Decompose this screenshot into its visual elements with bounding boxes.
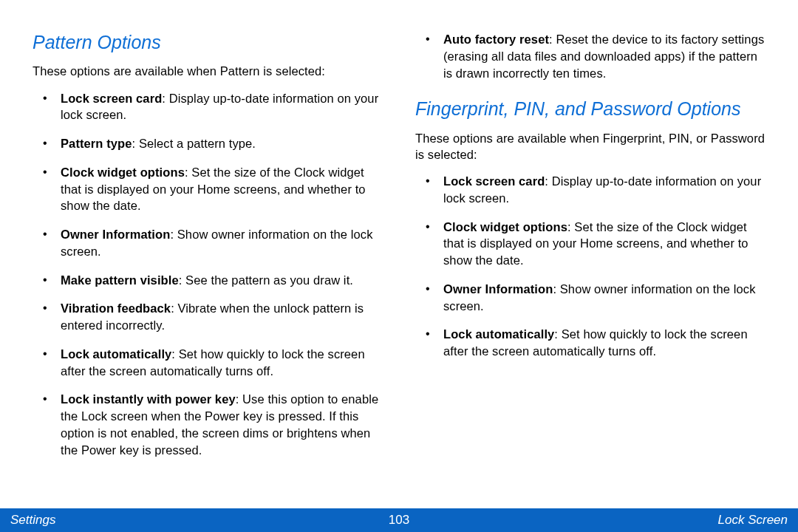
fpp-options-list: Lock screen card: Display up-to-date inf…	[415, 173, 765, 360]
list-item: Owner Information: Show owner informatio…	[437, 281, 765, 315]
list-item: Pattern type: Select a pattern type.	[55, 135, 383, 152]
list-item: Lock automatically: Set how quickly to l…	[437, 326, 765, 360]
term: Owner Information	[61, 228, 170, 241]
intro-fpp: These options are available when Fingerp…	[415, 130, 765, 163]
continued-list: Auto factory reset: Reset the device to …	[415, 31, 765, 81]
footer-right: Lock Screen	[718, 513, 788, 528]
list-item: Lock screen card: Display up-to-date inf…	[437, 173, 765, 207]
list-item: Auto factory reset: Reset the device to …	[437, 31, 765, 81]
list-item: Clock widget options: Set the size of th…	[55, 164, 383, 214]
term: Lock automatically	[443, 327, 554, 341]
term: Lock automatically	[61, 347, 171, 361]
term: Pattern type	[61, 137, 132, 150]
term: Vibration feedback	[61, 301, 171, 315]
list-item: Clock widget options: Set the size of th…	[437, 219, 765, 269]
list-item: Lock instantly with power key: Use this …	[55, 391, 383, 458]
manual-page: Pattern Options These options are availa…	[0, 0, 798, 532]
desc: : See the pattern as you draw it.	[179, 273, 353, 287]
term: Auto factory reset	[443, 33, 549, 46]
two-column-layout: Pattern Options These options are availa…	[33, 27, 765, 499]
term: Owner Information	[443, 282, 553, 296]
intro-pattern: These options are available when Pattern…	[33, 63, 383, 79]
footer-page-number: 103	[389, 513, 409, 528]
term: Clock widget options	[443, 220, 567, 233]
list-item: Make pattern visible: See the pattern as…	[55, 272, 383, 289]
list-item: Owner Information: Show owner informatio…	[55, 226, 383, 260]
page-footer: Settings 103 Lock Screen	[0, 508, 798, 532]
right-column: Auto factory reset: Reset the device to …	[415, 27, 765, 499]
list-item: Vibration feedback: Vibrate when the unl…	[55, 300, 383, 334]
term: Clock widget options	[61, 166, 185, 179]
left-column: Pattern Options These options are availa…	[33, 27, 383, 499]
list-item: Lock automatically: Set how quickly to l…	[55, 346, 383, 380]
pattern-options-list: Lock screen card: Display up-to-date inf…	[33, 90, 383, 459]
term: Lock screen card	[61, 92, 162, 105]
desc: : Select a pattern type.	[132, 137, 256, 150]
footer-left: Settings	[10, 513, 55, 528]
term: Lock instantly with power key	[61, 392, 236, 406]
list-item: Lock screen card: Display up-to-date inf…	[55, 90, 383, 124]
heading-pattern-options: Pattern Options	[33, 31, 383, 54]
heading-fingerprint-pin-password: Fingerprint, PIN, and Password Options	[415, 98, 765, 120]
term: Lock screen card	[443, 174, 545, 188]
term: Make pattern visible	[61, 273, 179, 287]
